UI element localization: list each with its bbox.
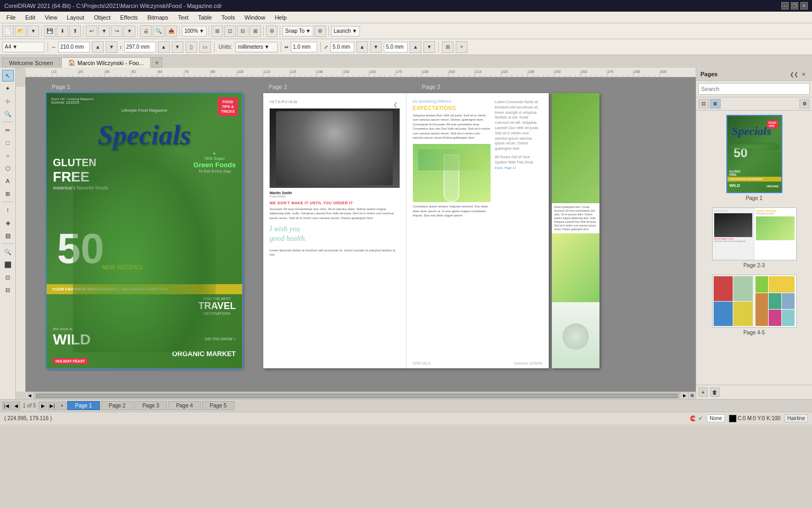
view-mode4-btn[interactable]: ⊠	[250, 25, 261, 37]
redo-dropdown[interactable]: ▼	[124, 25, 135, 37]
save-btn[interactable]: 💾	[44, 25, 56, 37]
canvas-area[interactable]: Page 1 Taylor Hill - Cooking Magazine Su…	[25, 77, 696, 392]
print-preview-btn[interactable]: 🔍	[153, 25, 164, 37]
publish-btn[interactable]: 📤	[165, 25, 177, 37]
fill-tool[interactable]: ◈	[2, 217, 14, 229]
super-nudge-x-input[interactable]	[330, 42, 354, 52]
export-btn[interactable]: ⬆	[69, 25, 81, 37]
page-tab-4[interactable]: Page 4	[168, 401, 201, 410]
close-btn[interactable]: ✕	[800, 2, 808, 10]
polygon-tool[interactable]: ⬡	[2, 162, 14, 174]
menu-object[interactable]: Object	[89, 13, 115, 22]
eyedropper-tool[interactable]: 🔍	[2, 246, 14, 258]
color-tool[interactable]: ⬛	[2, 259, 14, 270]
snap-options-btn[interactable]: ⚙	[315, 25, 326, 37]
width-input[interactable]	[58, 42, 90, 52]
menu-window[interactable]: Window	[241, 13, 270, 22]
super-nudge-y-input[interactable]	[384, 42, 408, 52]
super-nudge-x-up[interactable]: ▲	[356, 41, 368, 53]
snap-to-dropdown[interactable]: Snap To ▼	[282, 26, 313, 37]
page-tab-5[interactable]: Page 5	[202, 401, 235, 410]
pages-view-grid[interactable]: ⊞	[710, 99, 721, 108]
shape-tool[interactable]: ✦	[2, 83, 14, 94]
panel-expand-btn[interactable]: ❮❮	[790, 70, 798, 78]
super-nudge-y-up[interactable]: ▲	[410, 41, 421, 53]
add-page-btn[interactable]: +	[456, 41, 467, 53]
grid-btn[interactable]: ⊞	[442, 41, 454, 53]
view-mode2-btn[interactable]: ⊡	[224, 25, 236, 37]
page1-thumb[interactable]: FOODTIPS Specials GLUTENFREE 50 YOUR FAV…	[726, 115, 782, 193]
print-btn[interactable]: 🖨	[140, 25, 152, 37]
view-mode-btn[interactable]: ⊞	[211, 25, 223, 37]
page-first-btn[interactable]: |◀	[2, 402, 11, 410]
menu-table[interactable]: Table	[194, 13, 216, 22]
page-next-btn[interactable]: ▶	[39, 402, 47, 410]
height-up[interactable]: ▲	[158, 41, 170, 53]
width-up[interactable]: ▲	[92, 41, 104, 53]
page-tab-1[interactable]: Page 1	[67, 401, 100, 410]
page1-frame[interactable]: Taylor Hill - Cooking Magazine Summer 10…	[47, 93, 242, 368]
menu-help[interactable]: Help	[271, 13, 291, 22]
text-tool[interactable]: A	[2, 175, 14, 187]
interactive-fill-tool[interactable]: ▧	[2, 230, 14, 241]
menu-text[interactable]: Text	[173, 13, 192, 22]
menu-bitmaps[interactable]: Bitmaps	[143, 13, 173, 22]
page-add-btn[interactable]: +	[58, 402, 66, 410]
pages-delete-btn[interactable]: 🗑	[710, 387, 719, 397]
undo-dropdown[interactable]: ▼	[98, 25, 110, 37]
panel-close-btn[interactable]: ✕	[799, 70, 808, 78]
portrait-btn[interactable]: ▯	[186, 41, 197, 53]
menu-view[interactable]: View	[41, 13, 62, 22]
menu-edit[interactable]: Edit	[21, 13, 40, 22]
landscape-btn[interactable]: ▭	[199, 41, 211, 53]
page-size-dropdown[interactable]: A4 ▼	[2, 42, 44, 52]
height-down[interactable]: ▼	[172, 41, 183, 53]
smart-fill-tool[interactable]: ⊡	[2, 271, 14, 283]
page-tab-2[interactable]: Page 2	[101, 401, 134, 410]
options-btn[interactable]: ⚙	[266, 25, 278, 37]
table-tool[interactable]: ⊞	[2, 188, 14, 199]
menu-layout[interactable]: Layout	[62, 13, 88, 22]
units-dropdown[interactable]: millimeters ▼	[235, 42, 278, 52]
menu-file[interactable]: File	[2, 13, 20, 22]
crop-tool[interactable]: ⊹	[2, 95, 14, 107]
zoom-dropdown[interactable]: 100% ▼	[182, 26, 207, 37]
page-prev-btn[interactable]: ◀	[12, 402, 20, 410]
import-btn[interactable]: ⬇	[57, 25, 68, 37]
tab-welcome[interactable]: Welcome Screen	[2, 58, 60, 68]
pages-settings-btn[interactable]: ⚙	[799, 99, 810, 108]
restore-btn[interactable]: ❐	[791, 2, 798, 10]
redo-btn[interactable]: ↪	[111, 25, 123, 37]
width-down[interactable]: ▼	[106, 41, 117, 53]
open-dropdown[interactable]: ▼	[27, 25, 39, 37]
scroll-right-btn[interactable]: ▶	[680, 392, 688, 400]
pages-add-btn[interactable]: +	[698, 387, 708, 397]
menu-effects[interactable]: Effects	[116, 13, 142, 22]
super-nudge-y-down[interactable]: ▼	[423, 41, 435, 53]
open-btn[interactable]: 📂	[15, 25, 26, 37]
page3-stub-frame[interactable]: Dolore gubergren ilum. Conse. Accusam Si…	[552, 93, 599, 368]
select-tool[interactable]: ↖	[2, 70, 14, 81]
pages-search-input[interactable]	[698, 83, 810, 95]
undo-btn[interactable]: ↩	[86, 25, 97, 37]
new-btn[interactable]: 📄	[2, 25, 14, 37]
pattern-tool[interactable]: ⊟	[2, 284, 14, 296]
page45-thumb[interactable]	[712, 275, 797, 328]
tab-file[interactable]: 🏠 Marcin Wilczynski - Foo...	[61, 57, 151, 68]
page-tab-3[interactable]: Page 3	[134, 401, 167, 410]
page23-thumb[interactable]: INTERVIEW WE DON'T MAKE IT UNTIL Lorem i…	[712, 207, 797, 260]
scroll-left-btn[interactable]: ◀	[25, 392, 34, 400]
page-last-btn[interactable]: ▶|	[48, 402, 57, 410]
tab-add-btn[interactable]: +	[152, 57, 162, 68]
page23-frame[interactable]: INTERVIEW ❮ Martin Smith Food Editor WE …	[263, 93, 549, 368]
minimize-btn[interactable]: ─	[781, 2, 789, 10]
scroll-thumb[interactable]	[36, 394, 678, 398]
ellipse-tool[interactable]: ○	[2, 150, 14, 161]
freehand-tool[interactable]: ✏	[2, 124, 14, 136]
view-mode3-btn[interactable]: ⊟	[237, 25, 248, 37]
menu-tools[interactable]: Tools	[217, 13, 239, 22]
launch-dropdown[interactable]: Launch ▼	[331, 26, 360, 37]
horizontal-scrollbar[interactable]: ◀ ▶ ⊞	[25, 392, 696, 399]
zoom-tool[interactable]: 🔍	[2, 108, 14, 120]
pages-view-single[interactable]: ⊡	[698, 99, 709, 108]
